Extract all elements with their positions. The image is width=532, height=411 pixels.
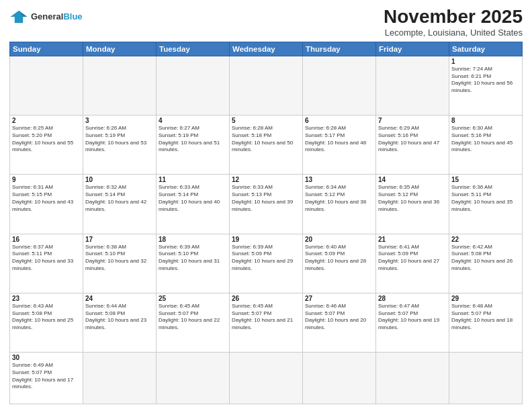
day-number: 30: [12, 354, 81, 361]
day-info: Sunrise: 6:42 AMSunset: 5:08 PMDaylight:…: [451, 244, 520, 273]
calendar-cell: 13Sunrise: 6:34 AMSunset: 5:12 PMDayligh…: [303, 175, 376, 234]
day-info: Sunrise: 6:37 AMSunset: 5:11 PMDaylight:…: [12, 244, 81, 273]
day-number: 27: [305, 295, 373, 302]
day-info: Sunrise: 6:28 AMSunset: 5:18 PMDaylight:…: [232, 125, 300, 154]
day-number: 24: [85, 295, 154, 302]
calendar-cell: [230, 353, 303, 404]
day-number: 2: [12, 117, 81, 124]
day-info: Sunrise: 6:45 AMSunset: 5:07 PMDaylight:…: [232, 303, 300, 332]
day-info: Sunrise: 6:32 AMSunset: 5:14 PMDaylight:…: [85, 184, 154, 213]
calendar-cell: 15Sunrise: 6:36 AMSunset: 5:11 PMDayligh…: [449, 175, 523, 234]
day-number: 6: [305, 117, 373, 124]
day-info: Sunrise: 6:39 AMSunset: 5:10 PMDaylight:…: [159, 244, 227, 273]
calendar-cell: 29Sunrise: 6:48 AMSunset: 5:07 PMDayligh…: [449, 293, 523, 352]
day-info: Sunrise: 6:47 AMSunset: 5:07 PMDaylight:…: [378, 303, 447, 332]
day-number: 15: [451, 176, 520, 183]
week-row-3: 16Sunrise: 6:37 AMSunset: 5:11 PMDayligh…: [10, 234, 523, 293]
calendar-cell: [376, 353, 449, 404]
day-info: Sunrise: 6:34 AMSunset: 5:12 PMDaylight:…: [305, 184, 373, 213]
calendar-cell: [376, 56, 449, 115]
calendar-cell: [303, 56, 376, 115]
calendar-cell: 8Sunrise: 6:30 AMSunset: 5:16 PMDaylight…: [449, 116, 523, 175]
day-number: 21: [378, 236, 447, 243]
day-info: Sunrise: 6:49 AMSunset: 5:07 PMDaylight:…: [12, 362, 81, 391]
day-number: 1: [451, 58, 520, 65]
calendar-cell: 2Sunrise: 6:25 AMSunset: 5:20 PMDaylight…: [10, 116, 83, 175]
day-info: Sunrise: 6:48 AMSunset: 5:07 PMDaylight:…: [451, 303, 520, 332]
day-number: 11: [159, 176, 227, 183]
calendar-cell: [83, 353, 157, 404]
calendar-cell: 18Sunrise: 6:39 AMSunset: 5:10 PMDayligh…: [157, 234, 230, 293]
weekday-header-thursday: Thursday: [303, 42, 376, 56]
day-info: Sunrise: 6:27 AMSunset: 5:19 PMDaylight:…: [159, 125, 227, 154]
calendar-table: SundayMondayTuesdayWednesdayThursdayFrid…: [9, 42, 523, 404]
page: GeneralBlue November 2025 Lecompte, Loui…: [0, 0, 532, 411]
title-block: November 2025 Lecompte, Louisiana, Unite…: [384, 7, 523, 38]
weekday-header-wednesday: Wednesday: [230, 42, 303, 56]
calendar-cell: [83, 56, 157, 115]
day-info: Sunrise: 6:43 AMSunset: 5:08 PMDaylight:…: [12, 303, 81, 332]
day-number: 16: [12, 236, 81, 243]
calendar-cell: 12Sunrise: 6:33 AMSunset: 5:13 PMDayligh…: [230, 175, 303, 234]
logo-general: General: [31, 11, 63, 21]
day-number: 3: [85, 117, 154, 124]
calendar-cell: 30Sunrise: 6:49 AMSunset: 5:07 PMDayligh…: [10, 353, 83, 404]
logo: GeneralBlue: [9, 9, 83, 24]
calendar-cell: 9Sunrise: 6:31 AMSunset: 5:15 PMDaylight…: [10, 175, 83, 234]
calendar-cell: 5Sunrise: 6:28 AMSunset: 5:18 PMDaylight…: [230, 116, 303, 175]
logo-text: GeneralBlue: [31, 12, 83, 21]
week-row-2: 9Sunrise: 6:31 AMSunset: 5:15 PMDaylight…: [10, 175, 523, 234]
day-info: Sunrise: 6:45 AMSunset: 5:07 PMDaylight:…: [159, 303, 227, 332]
day-number: 19: [232, 236, 300, 243]
calendar-cell: 28Sunrise: 6:47 AMSunset: 5:07 PMDayligh…: [376, 293, 449, 352]
location-subtitle: Lecompte, Louisiana, United States: [384, 28, 523, 38]
calendar-cell: 14Sunrise: 6:35 AMSunset: 5:12 PMDayligh…: [376, 175, 449, 234]
day-info: Sunrise: 6:33 AMSunset: 5:14 PMDaylight:…: [159, 184, 227, 213]
logo-blue: Blue: [63, 11, 82, 21]
day-number: 22: [451, 236, 520, 243]
day-number: 13: [305, 176, 373, 183]
week-row-0: 1Sunrise: 7:24 AMSunset: 6:21 PMDaylight…: [10, 56, 523, 115]
week-row-5: 30Sunrise: 6:49 AMSunset: 5:07 PMDayligh…: [10, 353, 523, 404]
day-number: 18: [159, 236, 227, 243]
day-number: 26: [232, 295, 300, 302]
calendar-cell: 4Sunrise: 6:27 AMSunset: 5:19 PMDaylight…: [157, 116, 230, 175]
calendar-cell: 3Sunrise: 6:26 AMSunset: 5:19 PMDaylight…: [83, 116, 157, 175]
day-info: Sunrise: 6:28 AMSunset: 5:17 PMDaylight:…: [305, 125, 373, 154]
calendar-cell: 20Sunrise: 6:40 AMSunset: 5:09 PMDayligh…: [303, 234, 376, 293]
day-info: Sunrise: 7:24 AMSunset: 6:21 PMDaylight:…: [451, 66, 520, 95]
day-info: Sunrise: 6:39 AMSunset: 5:09 PMDaylight:…: [232, 244, 300, 273]
calendar-cell: 6Sunrise: 6:28 AMSunset: 5:17 PMDaylight…: [303, 116, 376, 175]
day-info: Sunrise: 6:30 AMSunset: 5:16 PMDaylight:…: [451, 125, 520, 154]
calendar-cell: 23Sunrise: 6:43 AMSunset: 5:08 PMDayligh…: [10, 293, 83, 352]
day-info: Sunrise: 6:38 AMSunset: 5:10 PMDaylight:…: [85, 244, 154, 273]
day-info: Sunrise: 6:25 AMSunset: 5:20 PMDaylight:…: [12, 125, 81, 154]
calendar-cell: 16Sunrise: 6:37 AMSunset: 5:11 PMDayligh…: [10, 234, 83, 293]
calendar-cell: 24Sunrise: 6:44 AMSunset: 5:08 PMDayligh…: [83, 293, 157, 352]
day-number: 5: [232, 117, 300, 124]
calendar-cell: 7Sunrise: 6:29 AMSunset: 5:16 PMDaylight…: [376, 116, 449, 175]
calendar-cell: [230, 56, 303, 115]
calendar-cell: [10, 56, 83, 115]
month-title: November 2025: [384, 7, 523, 28]
day-info: Sunrise: 6:29 AMSunset: 5:16 PMDaylight:…: [378, 125, 447, 154]
day-info: Sunrise: 6:33 AMSunset: 5:13 PMDaylight:…: [232, 184, 300, 213]
calendar-cell: 1Sunrise: 7:24 AMSunset: 6:21 PMDaylight…: [449, 56, 523, 115]
day-number: 29: [451, 295, 520, 302]
calendar-cell: 22Sunrise: 6:42 AMSunset: 5:08 PMDayligh…: [449, 234, 523, 293]
week-row-4: 23Sunrise: 6:43 AMSunset: 5:08 PMDayligh…: [10, 293, 523, 352]
day-info: Sunrise: 6:35 AMSunset: 5:12 PMDaylight:…: [378, 184, 447, 213]
day-number: 4: [159, 117, 227, 124]
day-number: 25: [159, 295, 227, 302]
calendar-cell: [157, 353, 230, 404]
day-info: Sunrise: 6:31 AMSunset: 5:15 PMDaylight:…: [12, 184, 81, 213]
week-row-1: 2Sunrise: 6:25 AMSunset: 5:20 PMDaylight…: [10, 116, 523, 175]
calendar-cell: 19Sunrise: 6:39 AMSunset: 5:09 PMDayligh…: [230, 234, 303, 293]
calendar-cell: 26Sunrise: 6:45 AMSunset: 5:07 PMDayligh…: [230, 293, 303, 352]
day-info: Sunrise: 6:41 AMSunset: 5:09 PMDaylight:…: [378, 244, 447, 273]
weekday-header-sunday: Sunday: [10, 42, 83, 56]
header: GeneralBlue November 2025 Lecompte, Loui…: [9, 7, 523, 38]
calendar-cell: [449, 353, 523, 404]
calendar-cell: 10Sunrise: 6:32 AMSunset: 5:14 PMDayligh…: [83, 175, 157, 234]
weekday-header-saturday: Saturday: [449, 42, 523, 56]
